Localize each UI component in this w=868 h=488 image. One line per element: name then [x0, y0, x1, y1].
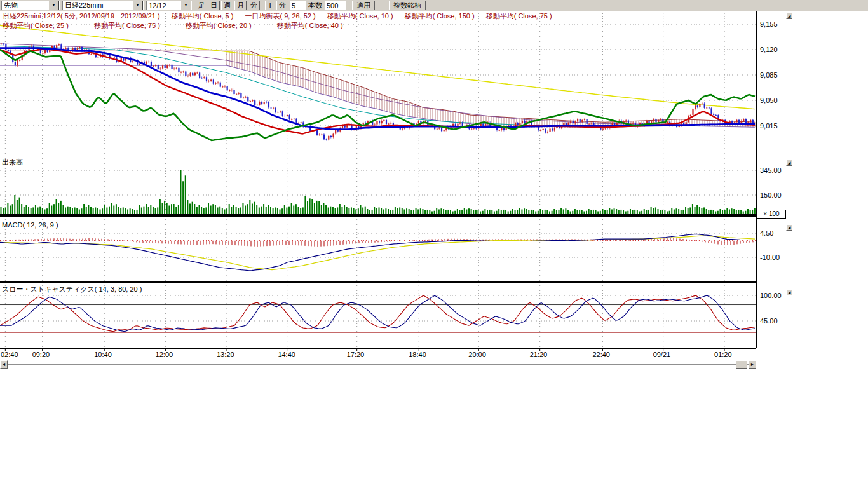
toolbar: 先物 ▼ 日経225mini ▼ 12/12 ▼ 足 日 週 月 分 T 分 本… [0, 0, 868, 11]
axis-tick-label: 345.00 [760, 166, 789, 174]
symbol-select[interactable]: 日経225mini ▼ [62, 1, 144, 10]
indicator-label: 移動平均( Close, 40 ) [277, 22, 343, 29]
indicator-label: 移動平均( Close, 10 ) [327, 12, 393, 20]
indicator-header-line2: 移動平均( Close, 25 )移動平均( Close, 75 )移動平均( … [3, 21, 369, 30]
volume-panel-title: 出来高 [2, 158, 23, 167]
axis-tick-label: 45.00 [760, 317, 789, 325]
chart-canvas [0, 11, 792, 369]
apply-button[interactable]: 適用 [352, 1, 375, 10]
stochastics-panel-title: スロー・ストキャスティクス( 14, 3, 80, 20 ) [2, 285, 142, 294]
price-panel-resize-icon[interactable]: ◢ [786, 13, 792, 19]
timeframe-week-button[interactable]: 週 [221, 1, 233, 10]
time-axis-label: 09:20 [32, 351, 50, 358]
instrument-type-select[interactable]: 先物 ▼ [1, 1, 60, 10]
time-axis-label: 01:20 [714, 351, 732, 358]
volume-multiplier-badge: × 100 [757, 210, 786, 219]
time-axis-label: 10:40 [94, 351, 112, 358]
macd-panel-title: MACD( 12, 26, 9 ) [2, 221, 58, 229]
symbol-value: 日経225mini [63, 1, 132, 10]
chart-area: 日経225mini 12/12( 5分, 2012/09/19 - 2012/0… [0, 11, 794, 383]
time-axis-label: 18:40 [409, 351, 426, 358]
time-axis-label: 20:00 [468, 351, 486, 358]
timeframe-minute2-button[interactable]: 分 [276, 1, 288, 10]
scroll-right-icon[interactable]: ► [749, 360, 756, 369]
timeframe-month-button[interactable]: 月 [234, 1, 247, 10]
time-axis-label: 13:20 [217, 351, 234, 358]
axis-tick-label: 100.00 [760, 292, 789, 299]
axis-tick-label: 9,050 [760, 97, 789, 104]
axis-tick-label: 9,155 [760, 20, 789, 28]
indicator-label: 日経225mini 12/12( 5分, 2012/09/19 - 2012/0… [3, 12, 160, 20]
volume-panel-resize-icon[interactable]: ◢ [786, 159, 792, 166]
bar-count-input[interactable] [325, 1, 346, 10]
horizontal-scrollbar[interactable]: ◄ ► [0, 360, 756, 369]
stochastics-panel-resize-icon[interactable]: ◢ [786, 289, 792, 295]
scrollbar-track[interactable] [8, 364, 749, 365]
indicator-label: 移動平均( Close, 20 ) [186, 22, 252, 29]
time-axis-label: 17:20 [347, 351, 365, 358]
indicator-label: 移動平均( Close, 75 ) [94, 22, 160, 29]
axis-tick-label: 9,120 [760, 46, 789, 53]
axis-tick-label: -10.00 [760, 254, 789, 261]
axis-tick-label: 9,085 [760, 71, 789, 79]
chevron-down-icon[interactable]: ▼ [180, 1, 191, 10]
bar-count-label: 本数 [308, 1, 322, 10]
timeframe-tick-button[interactable]: T [265, 1, 275, 10]
axis-tick-label: 9,015 [760, 122, 789, 130]
time-axis-label: 14:40 [278, 351, 295, 358]
indicator-label: 移動平均( Close, 150 ) [405, 12, 475, 20]
scroll-left-icon[interactable]: ◄ [0, 360, 8, 369]
instrument-type-value: 先物 [2, 1, 48, 10]
timeframe-label: 足 [198, 1, 205, 10]
multi-symbol-button[interactable]: 複数銘柄 [389, 1, 426, 10]
axis-tick-label: 150.00 [760, 191, 789, 199]
indicator-header-line1: 日経225mini 12/12( 5分, 2012/09/19 - 2012/0… [3, 11, 564, 21]
interval-input[interactable] [290, 1, 306, 10]
indicator-label: 一目均衡表( 9, 26, 52 ) [245, 12, 315, 20]
time-axis-label: 02:40 [1, 351, 18, 358]
macd-panel-resize-icon[interactable]: ◢ [786, 224, 792, 231]
indicator-label: 移動平均( Close, 5 ) [172, 12, 234, 20]
timeframe-minute-button[interactable]: 分 [248, 1, 260, 10]
chevron-down-icon[interactable]: ▼ [132, 1, 143, 10]
indicator-label: 移動平均( Close, 75 ) [486, 12, 552, 20]
timeframe-day-button[interactable]: 日 [208, 1, 220, 10]
time-axis-label: 21:20 [530, 351, 548, 358]
axis-tick-label: 4.50 [760, 229, 789, 237]
chevron-down-icon[interactable]: ▼ [48, 1, 59, 10]
time-axis-label: 09/21 [653, 351, 671, 358]
scrollbar-thumb[interactable] [736, 360, 747, 369]
time-axis-label: 12:00 [156, 351, 173, 358]
time-axis-label: 22:40 [592, 351, 610, 358]
indicator-label: 移動平均( Close, 25 ) [3, 22, 69, 29]
contract-value: 12/12 [147, 2, 180, 10]
contract-select[interactable]: 12/12 ▼ [146, 1, 192, 10]
